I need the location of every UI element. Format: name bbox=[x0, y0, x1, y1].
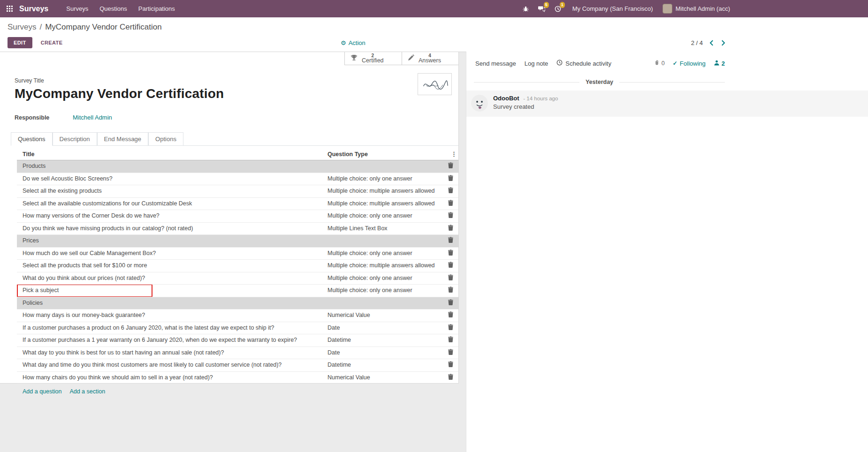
trash-icon[interactable] bbox=[448, 200, 453, 206]
trash-icon[interactable] bbox=[448, 374, 453, 380]
pager-next-button[interactable] bbox=[720, 39, 726, 47]
trash-icon[interactable] bbox=[448, 212, 453, 218]
question-title[interactable]: If a customer purchases a 1 year warrant… bbox=[17, 334, 322, 347]
section-title[interactable]: Products bbox=[17, 160, 442, 173]
delete-cell[interactable] bbox=[442, 235, 458, 248]
delete-cell[interactable] bbox=[442, 322, 458, 334]
trash-icon[interactable] bbox=[448, 349, 453, 355]
question-title[interactable]: How many chairs do you think we should a… bbox=[17, 371, 322, 384]
certified-stat-button[interactable]: 2 Certified bbox=[345, 52, 402, 65]
trash-icon[interactable] bbox=[448, 361, 453, 367]
trash-icon[interactable] bbox=[448, 237, 453, 243]
delete-cell[interactable] bbox=[442, 347, 458, 359]
user-menu[interactable]: Mitchell Admin (acc) bbox=[676, 5, 730, 12]
menu-questions[interactable]: Questions bbox=[94, 0, 133, 17]
question-row[interactable]: Select all the available customizations … bbox=[17, 197, 458, 210]
question-row[interactable]: How much do we sell our Cable Management… bbox=[17, 247, 458, 260]
tab-questions[interactable]: Questions bbox=[11, 132, 53, 146]
section-row[interactable]: Policies bbox=[17, 297, 458, 309]
menu-participations[interactable]: Participations bbox=[133, 0, 181, 17]
question-title[interactable]: Do we sell Acoustic Bloc Screens? bbox=[17, 173, 322, 185]
debug-icon[interactable] bbox=[518, 0, 533, 17]
question-row[interactable]: How many days is our money-back guarante… bbox=[17, 309, 458, 322]
question-row[interactable]: Do you think we have missing products in… bbox=[17, 222, 458, 235]
followers-button[interactable]: 2 bbox=[714, 60, 725, 67]
trash-icon[interactable] bbox=[448, 262, 453, 268]
trash-icon[interactable] bbox=[448, 162, 453, 168]
delete-cell[interactable] bbox=[442, 334, 458, 347]
message-author[interactable]: OdooBot bbox=[493, 95, 519, 102]
trash-icon[interactable] bbox=[448, 175, 453, 181]
question-row[interactable]: How many chairs do you think we should a… bbox=[17, 371, 458, 384]
question-title[interactable]: Select all the available customizations … bbox=[17, 197, 322, 210]
question-row[interactable]: Do we sell Acoustic Bloc Screens?Multipl… bbox=[17, 173, 458, 185]
responsible-value-link[interactable]: Mitchell Admin bbox=[73, 114, 112, 121]
question-title[interactable]: Do you think we have missing products in… bbox=[17, 222, 322, 235]
delete-cell[interactable] bbox=[442, 297, 458, 309]
delete-cell[interactable] bbox=[442, 285, 458, 297]
trash-icon[interactable] bbox=[448, 336, 453, 342]
question-title[interactable]: What do you think about our prices (not … bbox=[17, 272, 322, 285]
delete-cell[interactable] bbox=[442, 309, 458, 322]
trash-icon[interactable] bbox=[448, 311, 453, 317]
trash-icon[interactable] bbox=[448, 225, 453, 231]
question-title[interactable]: How many days is our money-back guarante… bbox=[17, 309, 322, 322]
menu-surveys[interactable]: Surveys bbox=[61, 0, 94, 17]
column-header-question-type[interactable]: Question Type bbox=[322, 148, 442, 160]
company-switcher[interactable]: My Company (San Francisco) bbox=[566, 5, 660, 12]
action-menu-button[interactable]: ⚙ Action bbox=[341, 39, 365, 46]
question-row[interactable]: What day and time do you think most cust… bbox=[17, 359, 458, 372]
tab-options[interactable]: Options bbox=[148, 132, 183, 146]
question-title[interactable]: If a customer purchases a product on 6 J… bbox=[17, 322, 322, 334]
section-title[interactable]: Prices bbox=[17, 235, 442, 248]
pager-value[interactable]: 2 / 4 bbox=[691, 39, 703, 46]
app-brand[interactable]: Surveys bbox=[19, 5, 48, 13]
trash-icon[interactable] bbox=[448, 274, 453, 280]
add-question-link[interactable]: Add a question bbox=[23, 388, 61, 395]
question-title[interactable]: Pick a subject bbox=[17, 285, 322, 297]
section-title[interactable]: Policies bbox=[17, 297, 442, 309]
create-button[interactable]: CREATE bbox=[39, 37, 65, 48]
trash-icon[interactable] bbox=[448, 324, 453, 330]
question-row[interactable]: What do you think about our prices (not … bbox=[17, 272, 458, 285]
question-row[interactable]: Select all the existing productsMultiple… bbox=[17, 185, 458, 198]
question-title[interactable]: What day to you think is best for us to … bbox=[17, 347, 322, 359]
tab-description[interactable]: Description bbox=[53, 132, 97, 146]
question-row[interactable]: If a customer purchases a 1 year warrant… bbox=[17, 334, 458, 347]
question-title[interactable]: How many versions of the Corner Desk do … bbox=[17, 210, 322, 223]
trash-icon[interactable] bbox=[448, 299, 453, 305]
section-row[interactable]: Prices bbox=[17, 235, 458, 248]
add-section-link[interactable]: Add a section bbox=[69, 388, 105, 395]
delete-cell[interactable] bbox=[442, 210, 458, 223]
question-title[interactable]: What day and time do you think most cust… bbox=[17, 359, 322, 372]
messages-icon[interactable]: 5 bbox=[533, 0, 550, 17]
question-title[interactable]: Select all the products that sell for $1… bbox=[17, 260, 322, 272]
question-title[interactable]: How much do we sell our Cable Management… bbox=[17, 247, 322, 260]
pager-previous-button[interactable] bbox=[708, 39, 715, 47]
send-message-button[interactable]: Send message bbox=[471, 58, 520, 69]
question-row[interactable]: Pick a subjectMultiple choice: only one … bbox=[17, 285, 458, 297]
question-row[interactable]: How many versions of the Corner Desk do … bbox=[17, 210, 458, 223]
delete-cell[interactable] bbox=[442, 359, 458, 372]
trash-icon[interactable] bbox=[448, 286, 453, 293]
chatter-message[interactable]: OdooBot - 14 hours ago Survey created bbox=[466, 90, 868, 117]
user-avatar[interactable] bbox=[662, 4, 672, 14]
breadcrumb-surveys-link[interactable]: Surveys bbox=[8, 23, 36, 31]
question-row[interactable]: What day to you think is best for us to … bbox=[17, 347, 458, 359]
survey-image[interactable] bbox=[418, 73, 452, 95]
section-row[interactable]: Products bbox=[17, 160, 458, 173]
delete-cell[interactable] bbox=[442, 197, 458, 210]
delete-cell[interactable] bbox=[442, 160, 458, 173]
tab-end-message[interactable]: End Message bbox=[97, 132, 149, 146]
following-button[interactable]: ✓ Following bbox=[673, 60, 706, 67]
activities-icon[interactable]: 1 bbox=[550, 0, 566, 17]
answers-stat-button[interactable]: 4 Answers bbox=[402, 52, 458, 65]
schedule-activity-button[interactable]: Schedule activity bbox=[552, 58, 616, 69]
delete-cell[interactable] bbox=[442, 371, 458, 384]
trash-icon[interactable] bbox=[448, 249, 453, 256]
delete-cell[interactable] bbox=[442, 247, 458, 260]
delete-cell[interactable] bbox=[442, 222, 458, 235]
edit-button[interactable]: EDIT bbox=[8, 37, 32, 48]
log-note-button[interactable]: Log note bbox=[520, 58, 553, 69]
delete-cell[interactable] bbox=[442, 173, 458, 185]
